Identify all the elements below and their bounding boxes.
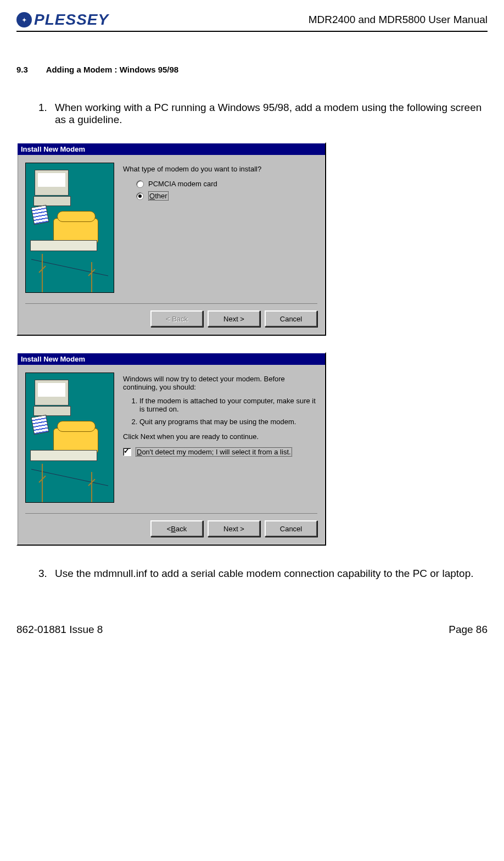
next-button[interactable]: Next > — [208, 520, 260, 537]
document-title: MDR2400 and MDR5800 User Manual — [309, 14, 488, 26]
step-1: 1. When working with a PC running a Wind… — [38, 102, 488, 126]
install-modem-dialog-2: Install New Modem Windows will now try t… — [16, 352, 326, 546]
logo-icon: ✦ — [16, 12, 32, 27]
page-footer: 862-01881 Issue 8 Page 86 — [16, 624, 488, 636]
footer-right: Page 86 — [449, 624, 488, 636]
dialog1-illustration — [25, 163, 114, 293]
dialog2-step1: If the modem is attached to your compute… — [139, 397, 317, 413]
back-button[interactable]: < Back — [150, 310, 203, 327]
dialog2-illustration — [25, 373, 114, 503]
radio-pcmcia[interactable]: PCMCIA modem card — [136, 180, 317, 188]
page-header: ✦ PLESSEY MDR2400 and MDR5800 User Manua… — [16, 11, 488, 32]
radio-pcmcia-label: PCMCIA modem card — [148, 180, 217, 188]
cancel-button[interactable]: Cancel — [265, 310, 317, 327]
back-button[interactable]: < Back — [150, 520, 203, 537]
section-heading: 9.3 Adding a Modem : Windows 95/98 — [16, 65, 488, 74]
dialog2-step2: Quit any programs that may be using the … — [139, 418, 317, 426]
step-1-text: When working with a PC running a Windows… — [55, 102, 488, 126]
radio-other-label: Other — [148, 191, 169, 201]
section-title: Adding a Modem : Windows 95/98 — [46, 65, 179, 74]
step-1-number: 1. — [38, 102, 55, 126]
checkbox-icon — [123, 448, 131, 456]
next-button[interactable]: Next > — [208, 310, 260, 327]
radio-other[interactable]: Other — [136, 191, 317, 201]
step-3-number: 3. — [38, 568, 55, 580]
dialog2-ready: Click Next when you are ready to continu… — [123, 432, 317, 441]
dialog1-question: What type of modem do you want to instal… — [123, 165, 317, 173]
footer-left: 862-01881 Issue 8 — [16, 624, 103, 636]
radio-icon-selected — [136, 192, 144, 200]
dont-detect-label: Don't detect my modem; I will select it … — [136, 447, 292, 457]
step-3-text: Use the mdmnull.inf to add a serial cabl… — [55, 568, 488, 580]
radio-icon — [136, 180, 144, 188]
logo-text: PLESSEY — [34, 11, 109, 29]
logo: ✦ PLESSEY — [16, 11, 109, 29]
dialog2-intro: Windows will now try to detect your mode… — [123, 375, 317, 391]
dont-detect-checkbox-row[interactable]: Don't detect my modem; I will select it … — [123, 447, 317, 457]
install-modem-dialog-1: Install New Modem What type of modem do … — [16, 142, 326, 336]
cancel-button[interactable]: Cancel — [265, 520, 317, 537]
section-number: 9.3 — [16, 65, 44, 74]
step-3: 3. Use the mdmnull.inf to add a serial c… — [38, 568, 488, 580]
dialog1-title: Install New Modem — [18, 143, 325, 155]
dialog2-title: Install New Modem — [18, 353, 325, 365]
dialog2-steps: If the modem is attached to your compute… — [128, 397, 317, 426]
